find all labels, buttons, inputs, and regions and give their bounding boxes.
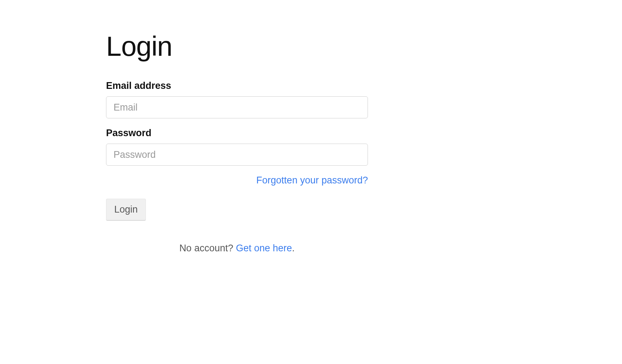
email-input[interactable] bbox=[106, 96, 368, 118]
signup-prompt: No account? Get one here. bbox=[106, 243, 368, 254]
page-title: Login bbox=[106, 30, 368, 63]
password-label: Password bbox=[106, 128, 368, 139]
email-label: Email address bbox=[106, 80, 368, 91]
forgot-password-link[interactable]: Forgotten your password? bbox=[256, 175, 368, 186]
login-button[interactable]: Login bbox=[106, 199, 146, 221]
signup-prefix: No account? bbox=[179, 243, 236, 253]
signup-link[interactable]: Get one here bbox=[236, 243, 292, 253]
signup-suffix: . bbox=[292, 243, 295, 253]
password-input[interactable] bbox=[106, 144, 368, 166]
